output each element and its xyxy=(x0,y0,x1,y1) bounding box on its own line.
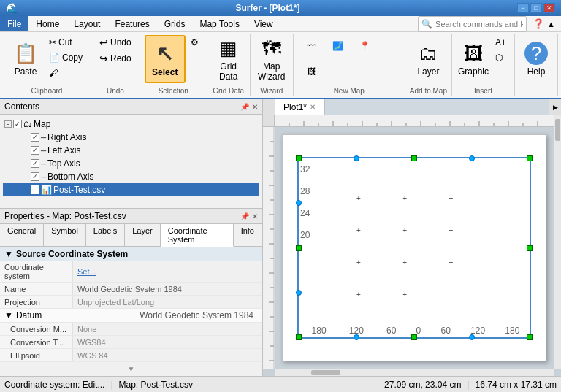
layer-icon: 🗂 xyxy=(419,42,438,65)
grid-data-button[interactable]: ▦ GridData xyxy=(212,35,245,83)
top-axis-checkbox[interactable]: ✓ xyxy=(31,159,39,168)
post-map-icon: 📍 xyxy=(359,41,370,51)
tree-item-left-axis[interactable]: ✓ ─ Left Axis xyxy=(3,144,259,157)
datum-label: Datum xyxy=(16,310,42,320)
pin-icon[interactable]: 📌 xyxy=(240,103,249,111)
expand-icon[interactable]: ▲ xyxy=(547,20,555,28)
image-map-button[interactable]: 🖼 xyxy=(298,61,324,82)
title: Surfer - [Plot1*] xyxy=(18,3,517,13)
layer-button[interactable]: 🗂 Layer xyxy=(411,35,445,83)
right-axis-checkbox[interactable]: ✓ xyxy=(31,133,39,142)
scrollbar-thumb-h[interactable] xyxy=(311,370,340,375)
tree-item-post-test[interactable]: ✓ 📊 Post-Test.csv xyxy=(3,183,259,196)
bottom-axis-checkbox[interactable]: ✓ xyxy=(31,172,39,181)
left-axis-icon: ─ xyxy=(41,147,46,155)
minimize-button[interactable]: − xyxy=(517,3,529,13)
tab-layer[interactable]: Layer xyxy=(125,224,161,246)
search-input[interactable] xyxy=(435,20,523,28)
post-test-checkbox[interactable]: ✓ xyxy=(31,185,39,194)
help-icon[interactable]: ❓ xyxy=(533,18,544,29)
panel-controls: 📌 ✕ xyxy=(240,103,258,111)
search-box[interactable]: 🔍 xyxy=(418,16,527,32)
page-canvas[interactable]: + + + + + + + + + + + 32 28 xyxy=(282,134,546,361)
new-map-label: New Map xyxy=(334,87,365,95)
plot-canvas-area[interactable]: + + + + + + + + + + + 32 28 xyxy=(263,115,561,376)
status-sep-2: | xyxy=(467,380,469,390)
select-options-button[interactable]: ⚙ xyxy=(187,35,202,50)
datum-group-row[interactable]: ▼ Datum World Geodetic System 1984 xyxy=(0,309,262,323)
tree-item-right-axis[interactable]: ✓ ─ Right Axis xyxy=(3,131,259,144)
post-map-button[interactable]: 📍 xyxy=(352,35,378,57)
scrollbar-horizontal[interactable] xyxy=(275,369,554,376)
image-map-icon: 🖼 xyxy=(307,66,316,77)
ribbon-group-addtomap: 🗂 Layer Add to Map xyxy=(405,34,452,96)
graphic-button[interactable]: 🖼 Graphic xyxy=(457,35,490,83)
menu-home[interactable]: Home xyxy=(28,16,66,31)
paste-button[interactable]: 📋 Paste xyxy=(7,35,44,83)
maximize-button[interactable]: □ xyxy=(530,3,542,13)
expand-icon[interactable]: − xyxy=(4,120,12,128)
select-label: Select xyxy=(152,67,178,77)
tab-labels[interactable]: Labels xyxy=(86,224,125,246)
svg-rect-20 xyxy=(263,127,275,369)
plot-area: Plot1* ✕ ▶ xyxy=(263,99,561,376)
shapes-button[interactable]: ⬡ xyxy=(492,50,510,65)
map-wizard-button[interactable]: 🗺 MapWizard xyxy=(255,35,289,83)
props-pin-icon[interactable]: 📌 xyxy=(240,212,249,220)
projection-value: Unprojected Lat/Long xyxy=(73,296,262,308)
menu-grids[interactable]: Grids xyxy=(157,16,193,31)
cut-button[interactable]: ✂ Cut xyxy=(45,35,86,50)
copy-button[interactable]: 📄 Copy xyxy=(45,50,86,65)
titlebar: 🌊 Surfer - [Plot1*] − □ ✕ xyxy=(0,0,561,16)
statusbar-left: Coordinate system: Edit... xyxy=(4,380,104,390)
section-title: Source Coordinate System xyxy=(16,249,128,259)
undo-button[interactable]: ↩ Undo xyxy=(96,35,135,50)
ribbon-group-undo: ↩ Undo ↪ Redo Undo xyxy=(91,34,140,96)
top-axis-label: Top Axis xyxy=(47,158,80,169)
menu-features[interactable]: Features xyxy=(107,16,156,31)
format-painter-button[interactable]: 🖌 xyxy=(45,66,86,80)
menu-file[interactable]: File xyxy=(0,16,28,31)
select-button[interactable]: ↖ Select xyxy=(145,35,186,83)
plot-tab-close-icon[interactable]: ✕ xyxy=(310,103,316,111)
tab-plot1[interactable]: Plot1* ✕ xyxy=(275,99,325,115)
ribbon-group-wizard: 🗺 MapWizard Wizard xyxy=(251,34,294,96)
source-coord-section: ▼ Source Coordinate System xyxy=(0,247,262,261)
ribbon-group-help: ? Help xyxy=(515,34,558,96)
main-layout: Contents 📌 ✕ − ✓ 🗂 Map ✓ ─ Right Axis xyxy=(0,99,561,376)
close-button[interactable]: ✕ xyxy=(543,3,555,13)
contour-button[interactable]: 〰 xyxy=(298,35,324,57)
selection-label: Selection xyxy=(159,87,188,95)
coord-system-value[interactable]: Set... xyxy=(73,261,262,282)
tab-coordinate-system[interactable]: Coordinate System xyxy=(161,224,234,247)
svg-rect-0 xyxy=(275,115,554,127)
tab-general[interactable]: General xyxy=(0,224,44,246)
scrollbar-thumb-v[interactable] xyxy=(555,119,560,141)
datum-expand-icon[interactable]: ▼ xyxy=(4,310,13,320)
scrollbar-vertical[interactable] xyxy=(554,115,561,369)
tree-item-map[interactable]: − ✓ 🗂 Map xyxy=(3,118,259,131)
tab-symbol[interactable]: Symbol xyxy=(44,224,86,246)
left-axis-checkbox[interactable]: ✓ xyxy=(31,146,39,155)
name-label: Name xyxy=(0,283,73,295)
tree-item-top-axis[interactable]: ✓ ─ Top Axis xyxy=(3,157,259,170)
redo-button[interactable]: ↪ Redo xyxy=(96,51,135,66)
window-controls[interactable]: − □ ✕ xyxy=(517,3,555,13)
base-map-button[interactable]: 🗾 xyxy=(325,35,351,57)
menu-layout[interactable]: Layout xyxy=(66,16,107,31)
shapes-icon: ⬡ xyxy=(495,53,503,63)
map-checkbox[interactable]: ✓ xyxy=(13,120,22,128)
ribbon-group-clipboard: 📋 Paste ✂ Cut 📄 Copy 🖌 Clipboard xyxy=(3,34,91,96)
help-button[interactable]: ? Help xyxy=(519,35,553,83)
close-panel-icon[interactable]: ✕ xyxy=(252,103,258,111)
menu-map-tools[interactable]: Map Tools xyxy=(192,16,246,31)
menu-view[interactable]: View xyxy=(247,16,280,31)
section-expand-icon[interactable]: ▼ xyxy=(4,249,13,259)
data-plot[interactable]: + + + + + + + + + + + 32 28 xyxy=(297,157,531,339)
props-close-icon[interactable]: ✕ xyxy=(252,212,258,220)
text-icon: A+ xyxy=(495,37,506,47)
text-button[interactable]: A+ xyxy=(492,35,510,50)
tree-item-bottom-axis[interactable]: ✓ ─ Bottom Axis xyxy=(3,170,259,183)
tab-info[interactable]: Info xyxy=(234,224,262,246)
statusbar-size: 16.74 cm x 17.31 cm xyxy=(476,380,557,390)
